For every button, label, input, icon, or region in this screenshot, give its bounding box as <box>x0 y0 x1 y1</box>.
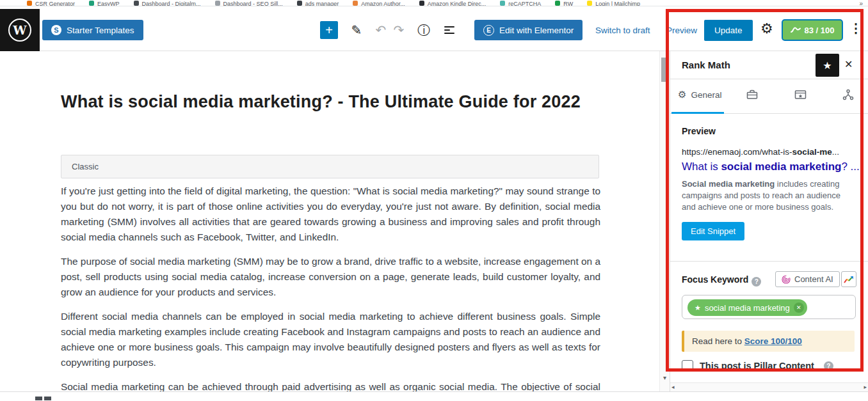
article-paragraph[interactable]: If you're just getting into the field of… <box>61 184 600 245</box>
list-view-button[interactable] <box>440 21 458 39</box>
keyword-tag: ★ social media marketing ✕ <box>687 299 807 316</box>
bookmark-label: CSR Generator <box>35 1 75 6</box>
bookmark-label: Dashboard - Digitalm... <box>142 1 201 6</box>
rank-math-tabs: ⚙ General <box>670 79 868 114</box>
clipped-footer-text <box>35 397 51 400</box>
toolbox-icon <box>746 88 759 101</box>
serp-description: Social media marketing includes creating… <box>682 178 856 213</box>
details-info-button[interactable]: ⓘ <box>415 21 433 39</box>
bookmark-item[interactable]: ads manager <box>297 1 339 6</box>
content-ai-label: Content AI <box>794 274 833 284</box>
bookmark-label: EasyWP <box>97 1 120 6</box>
remove-keyword-icon[interactable]: ✕ <box>794 303 804 313</box>
bookmark-item[interactable]: Amazon Kindle Direc... <box>419 1 486 6</box>
rank-math-score-icon <box>791 26 801 34</box>
tab-general-label: General <box>691 90 721 100</box>
wordpress-logo-icon: W <box>8 19 31 42</box>
pin-star-button[interactable]: ★ <box>816 54 839 77</box>
trends-icon <box>844 275 854 284</box>
post-title[interactable]: What is social media marketing? - The Ul… <box>61 92 605 112</box>
bookmark-favicon-icon <box>215 1 220 6</box>
bookmark-favicon-icon <box>419 1 424 6</box>
focus-keyword-help-icon[interactable]: ? <box>751 277 761 287</box>
keyword-text: social media marketing <box>705 303 790 313</box>
editor-footer-strip <box>0 391 868 401</box>
bookmark-item[interactable]: Login | Mailchimp <box>587 1 640 6</box>
bookmark-label: Dashboard - SEO Sill... <box>223 1 283 6</box>
content-ai-icon <box>782 275 791 284</box>
post-content-canvas: What is social media marketing? - The Ul… <box>0 51 659 391</box>
classic-block-label: Classic <box>72 162 99 171</box>
settings-gear-icon[interactable]: ⚙ <box>760 20 773 37</box>
scroll-right-arrow-icon[interactable]: ▸ <box>864 384 867 390</box>
add-block-button[interactable]: + <box>320 21 338 39</box>
bookmark-favicon-icon <box>500 1 505 6</box>
bookmark-label: Login | Mailchimp <box>595 1 640 6</box>
section-divider <box>670 261 868 262</box>
tools-pencil-button[interactable]: ✎ <box>348 21 366 39</box>
content-vertical-scrollbar[interactable]: ▾ <box>659 51 670 391</box>
bookmark-label: reCAPTCHA <box>508 1 541 6</box>
serp-preview-heading: Preview <box>682 126 716 136</box>
bookmark-favicon-icon <box>297 1 302 6</box>
active-tab-underline <box>671 112 724 114</box>
bookmark-favicon-icon <box>134 1 139 6</box>
edit-with-elementor-label: Edit with Elementor <box>499 26 574 35</box>
article-paragraph[interactable]: The purpose of social media marketing (S… <box>61 254 600 300</box>
tab-general[interactable]: ⚙ General <box>678 89 721 100</box>
content-ai-button[interactable]: Content AI <box>775 271 840 287</box>
scrollbar-thumb[interactable] <box>661 58 668 82</box>
rank-math-panel-header: Rank Math ★ ✕ <box>670 51 868 79</box>
list-view-icon <box>444 26 454 34</box>
bookmark-label: Amazon Kindle Direc... <box>428 1 486 6</box>
schema-share-icon <box>842 88 855 101</box>
update-button[interactable]: Update <box>704 20 753 41</box>
edit-with-elementor-button[interactable]: E Edit with Elementor <box>474 20 583 40</box>
trends-button[interactable] <box>841 271 856 287</box>
rank-math-sidebar: Rank Math ★ ✕ ⚙ General <box>670 51 868 391</box>
pillar-content-label: This post is Pillar Content <box>700 361 814 371</box>
redo-button[interactable]: ↷ <box>390 21 408 39</box>
starter-templates-icon: S <box>51 25 61 35</box>
rank-math-score-badge[interactable]: 83 / 100 <box>782 19 843 41</box>
close-panel-icon[interactable]: ✕ <box>844 58 853 70</box>
bookmark-item[interactable]: EasyWP <box>89 1 120 6</box>
bookmark-item[interactable]: RW <box>555 1 573 6</box>
pillar-help-icon[interactable]: ? <box>824 361 833 371</box>
article-paragraph[interactable]: Different social media channels can be e… <box>61 309 600 370</box>
tab-snippet[interactable] <box>794 88 807 103</box>
browser-window: CSR Generator EasyWP Dashboard - Digital… <box>0 0 868 401</box>
tab-schema[interactable] <box>842 88 855 103</box>
scroll-down-arrow-icon[interactable]: ▾ <box>660 374 670 381</box>
wordpress-editor-toolbar: W S Starter Templates + ✎ ↶ ↷ ⓘ E Edit w… <box>0 6 868 51</box>
score-link[interactable]: Score 100/100 <box>744 336 802 346</box>
bookmark-item[interactable]: reCAPTCHA <box>500 1 541 6</box>
edit-snippet-button[interactable]: Edit Snippet <box>682 222 744 240</box>
bookmark-label: RW <box>563 1 573 6</box>
scroll-left-arrow-icon[interactable]: ◂ <box>671 384 675 390</box>
bookmark-label: ads manager <box>305 1 339 6</box>
tab-advanced[interactable] <box>746 88 759 103</box>
window-star-icon <box>794 88 807 101</box>
preview-link[interactable]: Preview <box>666 26 697 35</box>
bookmark-item[interactable]: Dashboard - SEO Sill... <box>215 1 283 6</box>
starter-templates-button[interactable]: S Starter Templates <box>42 20 143 40</box>
classic-block[interactable]: Classic <box>61 155 599 178</box>
options-kebab-icon[interactable]: ⋮ <box>849 20 862 36</box>
bookmark-favicon-icon <box>587 1 592 6</box>
bookmark-item[interactable]: Amazon Author... <box>353 1 405 6</box>
keyword-star-icon: ★ <box>695 304 701 312</box>
serp-url: https://enemaoj.com/what-is-social-me... <box>682 147 839 157</box>
bookmark-favicon-icon <box>27 1 32 6</box>
switch-to-draft-link[interactable]: Switch to draft <box>595 26 650 35</box>
sidebar-horizontal-scrollbar[interactable]: ◂ ▸ <box>670 382 868 391</box>
general-gear-icon: ⚙ <box>678 89 686 100</box>
bookmark-item[interactable]: CSR Generator <box>27 1 75 6</box>
pillar-content-checkbox[interactable] <box>682 360 693 372</box>
bookmark-item[interactable]: Dashboard - Digitalm... <box>134 1 201 6</box>
undo-button[interactable]: ↶ <box>372 21 390 39</box>
focus-keyword-input[interactable]: ★ social media marketing ✕ <box>682 295 856 319</box>
wordpress-logo-button[interactable]: W <box>0 9 40 51</box>
article-paragraph[interactable]: Social media marketing can be achieved t… <box>61 379 600 391</box>
article-body: If you're just getting into the field of… <box>61 184 600 391</box>
